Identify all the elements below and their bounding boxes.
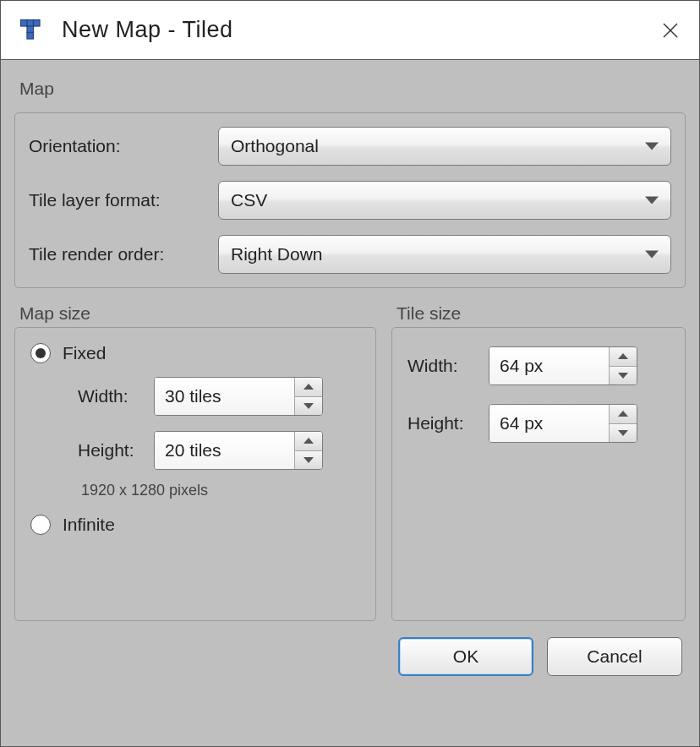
dialog-body: Map Orientation: Orthogonal Tile layer f… [1,60,699,746]
svg-rect-3 [27,26,34,33]
map-width-up[interactable] [295,378,322,397]
tile-height-value[interactable]: 64 px [489,405,610,442]
map-width-label: Width: [78,386,154,406]
map-height-spinner[interactable]: 20 tiles [154,431,323,470]
tile-height-down[interactable] [610,424,637,443]
fixed-radio-label[interactable]: Fixed [63,343,106,363]
svg-rect-1 [27,19,34,26]
chevron-down-icon [618,430,628,436]
tile-render-order-select[interactable]: Right Down [218,235,671,274]
cancel-button[interactable]: Cancel [547,637,682,676]
infinite-radio[interactable] [30,515,51,535]
ok-button[interactable]: OK [398,637,533,676]
fixed-radio[interactable] [30,343,51,363]
map-width-spinner[interactable]: 30 tiles [154,377,323,416]
tile-width-spinner[interactable]: 64 px [489,346,637,385]
tile-height-up[interactable] [610,405,637,424]
new-map-dialog: New Map - Tiled Map Orientation: Orthogo… [0,0,700,747]
chevron-down-icon [618,373,628,379]
map-height-up[interactable] [295,432,322,451]
app-icon [16,15,46,46]
chevron-up-icon [618,353,628,359]
chevron-up-icon [304,384,314,390]
tile-render-order-label: Tile render order: [29,244,218,264]
map-width-down[interactable] [295,397,322,416]
chevron-down-icon [304,457,314,463]
map-height-label: Height: [78,440,154,461]
dialog-footer: OK Cancel [14,631,686,687]
tile-layer-format-select[interactable]: CSV [218,181,671,220]
window-title: New Map - Tiled [62,17,647,43]
tile-layer-format-value: CSV [231,190,267,210]
ok-button-label: OK [453,646,479,667]
close-button[interactable] [647,12,694,49]
map-height-down[interactable] [295,451,322,470]
tile-width-label: Width: [407,356,489,376]
svg-rect-0 [21,19,28,26]
tile-layer-format-label: Tile layer format: [29,190,218,210]
orientation-select[interactable]: Orthogonal [218,127,671,166]
chevron-down-icon [645,251,659,259]
svg-rect-2 [34,19,41,26]
infinite-radio-label[interactable]: Infinite [63,515,115,535]
map-group: Orientation: Orthogonal Tile layer forma… [14,112,686,288]
tile-size-caption: Tile size [396,303,686,324]
cancel-button-label: Cancel [587,646,642,667]
map-group-caption: Map [19,79,686,99]
map-size-group: Fixed Width: 30 tiles Height: [14,327,376,621]
tile-width-up[interactable] [610,347,637,367]
chevron-up-icon [304,438,314,444]
tile-width-value[interactable]: 64 px [489,347,610,384]
tile-width-down[interactable] [610,367,637,385]
map-width-value[interactable]: 30 tiles [155,378,295,415]
orientation-value: Orthogonal [231,136,319,156]
tile-render-order-value: Right Down [231,244,323,264]
chevron-down-icon [645,143,659,150]
svg-rect-4 [27,32,34,39]
tile-height-spinner[interactable]: 64 px [489,404,637,443]
map-height-value[interactable]: 20 tiles [155,432,295,469]
tile-size-group: Width: 64 px Height: 64 px [391,327,686,621]
orientation-label: Orientation: [29,136,218,156]
title-bar: New Map - Tiled [1,1,699,60]
tile-height-label: Height: [407,413,489,433]
chevron-down-icon [304,403,314,409]
chevron-down-icon [645,197,659,204]
map-size-caption: Map size [19,303,376,324]
chevron-up-icon [618,411,628,417]
map-size-pixel-info: 1920 x 1280 pixels [81,482,362,499]
